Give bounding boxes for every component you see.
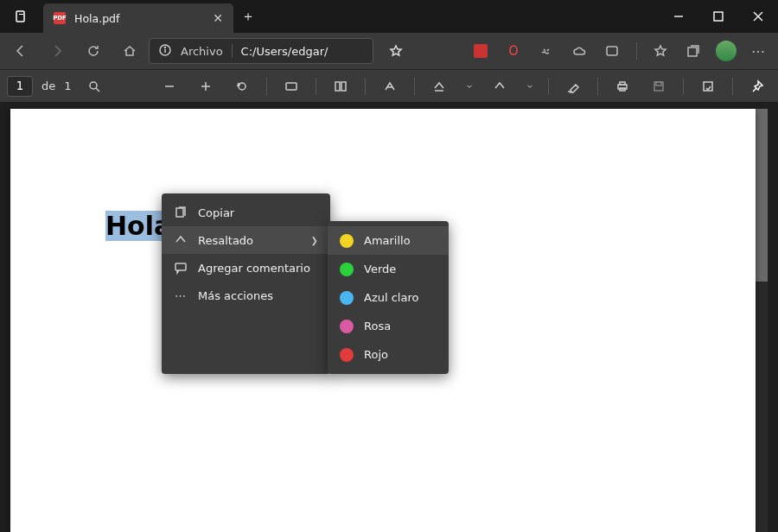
save-as-icon[interactable]	[694, 75, 722, 98]
draw-chevron-icon[interactable]	[462, 75, 477, 98]
zoom-in-icon[interactable]	[192, 75, 220, 98]
swatch-lightblue	[340, 291, 354, 305]
pdf-canvas: Hola, tuexperto Copiar Resaltado ❯ Agreg…	[0, 102, 778, 532]
collections-icon[interactable]	[678, 37, 709, 65]
address-prefix: Archivo	[181, 45, 223, 58]
svg-rect-10	[688, 48, 697, 56]
svg-rect-0	[16, 11, 24, 22]
app-menu-button[interactable]: ⋯	[743, 37, 775, 65]
zoom-out-icon[interactable]	[156, 75, 183, 98]
svg-rect-26	[175, 263, 186, 270]
page-number-input[interactable]	[7, 76, 33, 97]
window-controls	[659, 0, 778, 33]
svg-rect-3	[714, 12, 723, 21]
tab-title: Hola.pdf	[74, 12, 204, 25]
context-menu-main: Copiar Resaltado ❯ Agregar comentario ⋯ …	[162, 193, 330, 374]
page-view-icon[interactable]	[327, 75, 354, 98]
menu-highlight[interactable]: Resaltado ❯	[162, 226, 330, 254]
draw-icon[interactable]	[425, 75, 453, 98]
search-icon[interactable]	[80, 75, 108, 98]
color-option-lightblue[interactable]: Azul claro	[328, 283, 449, 312]
save-icon[interactable]	[645, 75, 673, 98]
chevron-right-icon: ❯	[311, 236, 318, 245]
browser-tab[interactable]: PDF Hola.pdf ✕	[43, 3, 233, 33]
swatch-pink	[340, 320, 354, 333]
titlebar: PDF Hola.pdf ✕ ＋	[0, 0, 778, 33]
window-minimize[interactable]	[659, 0, 698, 33]
info-icon	[158, 43, 172, 60]
pin-icon[interactable]	[743, 75, 771, 98]
read-aloud-icon[interactable]	[376, 75, 404, 98]
color-option-yellow[interactable]: Amarillo	[328, 226, 449, 255]
svg-rect-9	[607, 47, 617, 55]
vertical-scrollbar[interactable]	[756, 109, 768, 532]
highlight-color-submenu: Amarillo Verde Azul claro Rosa Rojo	[328, 221, 449, 374]
pdf-toolbar: de 1	[0, 69, 778, 102]
address-box[interactable]: Archivo C:/Users/edgar/	[149, 38, 373, 64]
color-label-green: Verde	[364, 263, 396, 276]
favorite-star-icon[interactable]	[380, 37, 411, 65]
window-maximize[interactable]	[698, 0, 738, 33]
color-label-red: Rojo	[364, 348, 388, 361]
svg-rect-25	[176, 208, 183, 217]
color-option-pink[interactable]: Rosa	[328, 312, 449, 340]
profile-avatar[interactable]	[711, 37, 742, 65]
menu-more-label: Más acciones	[198, 289, 273, 302]
swatch-green	[340, 263, 354, 276]
erase-icon[interactable]	[559, 75, 587, 98]
menu-more[interactable]: ⋯ Más acciones	[162, 282, 330, 309]
page-total: 1	[64, 79, 71, 92]
highlight-chevron-icon[interactable]	[522, 75, 538, 98]
menu-copy-label: Copiar	[198, 206, 234, 219]
swatch-yellow	[340, 234, 354, 248]
color-label-yellow: Amarillo	[364, 234, 411, 247]
page-of-label: de	[41, 79, 55, 92]
svg-rect-23	[656, 82, 661, 86]
extension-icon-2[interactable]	[498, 37, 529, 65]
svg-rect-16	[286, 83, 297, 90]
extension-icon-3[interactable]	[531, 37, 562, 65]
close-tab-icon[interactable]: ✕	[213, 11, 223, 25]
menu-copy[interactable]: Copiar	[162, 199, 330, 226]
svg-point-11	[90, 82, 97, 89]
reload-button[interactable]	[76, 37, 111, 65]
svg-rect-18	[341, 82, 346, 91]
address-toolbar: Archivo C:/Users/edgar/ ⋯	[0, 33, 778, 69]
scroll-thumb[interactable]	[756, 109, 768, 282]
highlight-icon	[174, 233, 188, 247]
menu-comment[interactable]: Agregar comentario	[162, 254, 330, 282]
nav-back-button[interactable]	[3, 37, 38, 65]
window-close[interactable]	[738, 0, 778, 33]
divider-icon	[629, 37, 643, 65]
menu-comment-label: Agregar comentario	[198, 262, 310, 275]
home-button[interactable]	[112, 37, 147, 65]
svg-point-8	[165, 47, 166, 48]
new-tab-button[interactable]: ＋	[233, 0, 263, 33]
more-icon: ⋯	[174, 289, 188, 302]
print-icon[interactable]	[609, 75, 636, 98]
color-label-pink: Rosa	[364, 320, 391, 332]
cloud-icon[interactable]	[564, 37, 595, 65]
color-option-green[interactable]: Verde	[328, 255, 449, 283]
favorites-icon[interactable]	[645, 37, 676, 65]
menu-highlight-label: Resaltado	[198, 234, 253, 247]
address-path: C:/Users/edgar/	[241, 45, 328, 58]
svg-rect-20	[620, 82, 625, 85]
onedrive-icon[interactable]	[596, 37, 628, 65]
svg-rect-17	[335, 82, 340, 91]
comment-icon	[174, 261, 188, 275]
fit-page-icon[interactable]	[277, 75, 305, 98]
rotate-icon[interactable]	[228, 75, 256, 98]
extension-icon-1[interactable]	[465, 37, 496, 65]
context-menu: Copiar Resaltado ❯ Agregar comentario ⋯ …	[162, 193, 449, 374]
color-option-red[interactable]: Rojo	[328, 340, 449, 369]
copy-icon	[174, 206, 188, 219]
swatch-red	[340, 348, 354, 362]
color-label-lightblue: Azul claro	[364, 291, 418, 304]
nav-forward-button[interactable]	[40, 37, 74, 65]
tab-actions-icon[interactable]	[0, 0, 43, 33]
address-separator	[232, 44, 233, 58]
svg-line-12	[96, 88, 99, 92]
svg-rect-1	[19, 14, 23, 15]
highlight-tool-icon[interactable]	[486, 75, 513, 98]
